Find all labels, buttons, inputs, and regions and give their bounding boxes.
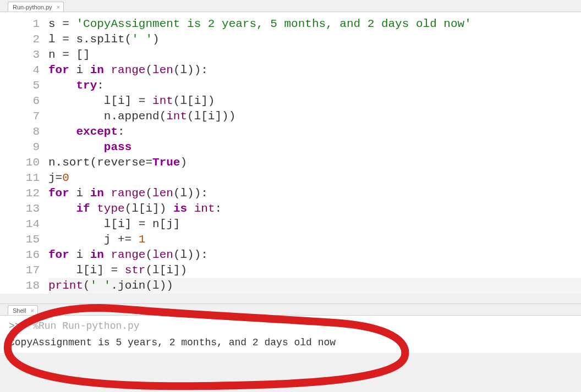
line-number: 18 — [0, 278, 40, 294]
line-number: 5 — [0, 78, 40, 93]
code-line[interactable]: l[i] = int(l[i]) — [48, 93, 581, 109]
line-number: 3 — [0, 47, 40, 63]
code-line[interactable]: print(' '.join(l)) — [48, 278, 581, 294]
shell-output-line: CopyAssignment is 5 years, 2 months, and… — [9, 334, 572, 351]
code-line[interactable]: n.append(int(l[i])) — [48, 109, 581, 124]
line-number: 16 — [0, 247, 40, 263]
line-number: 13 — [0, 201, 40, 217]
shell-tab[interactable]: Shell × — [8, 305, 38, 315]
line-number: 2 — [0, 32, 40, 47]
line-number: 7 — [0, 109, 40, 124]
shell-prompt: >>> — [9, 321, 32, 332]
line-number: 1 — [0, 16, 40, 32]
code-line[interactable]: l = s.split(' ') — [48, 32, 581, 47]
close-icon[interactable]: × — [29, 308, 35, 314]
code-line[interactable]: for i in range(len(l)): — [48, 247, 581, 263]
shell-command-line: >>> %Run Run-python.py — [9, 318, 572, 334]
line-number: 8 — [0, 124, 40, 140]
code-line[interactable]: n.sort(reverse=True) — [48, 155, 581, 170]
line-number: 17 — [0, 263, 40, 278]
line-number: 9 — [0, 140, 40, 155]
code-line[interactable]: for i in range(len(l)): — [48, 63, 581, 78]
line-number: 10 — [0, 155, 40, 170]
code-area[interactable]: s = 'CopyAssignment is 2 years, 5 months… — [48, 12, 581, 294]
shell-tab-title: Shell — [13, 307, 26, 314]
line-number: 14 — [0, 217, 40, 232]
shell-command: %Run Run-python.py — [32, 321, 139, 332]
shell-tab-bar: Shell × — [0, 303, 581, 316]
code-line[interactable]: l[i] = str(l[i]) — [48, 263, 581, 278]
code-line[interactable]: s = 'CopyAssignment is 2 years, 5 months… — [48, 16, 581, 32]
code-line[interactable]: n = [] — [48, 47, 581, 63]
code-line[interactable]: if type(l[i]) is int: — [48, 201, 581, 217]
code-line[interactable]: j += 1 — [48, 232, 581, 247]
code-line[interactable]: j=0 — [48, 170, 581, 186]
editor-tab-title: Run-python.py — [13, 4, 52, 10]
line-number-gutter: 123456789101112131415161718 — [0, 12, 48, 294]
code-line[interactable]: l[i] = n[j] — [48, 217, 581, 232]
line-number: 4 — [0, 63, 40, 78]
shell-output[interactable]: >>> %Run Run-python.py CopyAssignment is… — [0, 316, 581, 353]
line-number: 12 — [0, 186, 40, 201]
shell-panel: Shell × >>> %Run Run-python.py CopyAssig… — [0, 303, 581, 353]
close-icon[interactable]: × — [56, 4, 61, 10]
code-line[interactable]: try: — [48, 78, 581, 93]
line-number: 6 — [0, 93, 40, 109]
editor-tab-bar: Run-python.py × — [0, 0, 581, 12]
line-number: 15 — [0, 232, 40, 247]
code-line[interactable]: for i in range(len(l)): — [48, 186, 581, 201]
code-editor[interactable]: 123456789101112131415161718 s = 'CopyAss… — [0, 12, 581, 294]
line-number: 11 — [0, 170, 40, 186]
editor-tab[interactable]: Run-python.py × — [8, 2, 64, 12]
code-line[interactable]: except: — [48, 124, 581, 140]
code-line[interactable]: pass — [48, 140, 581, 155]
